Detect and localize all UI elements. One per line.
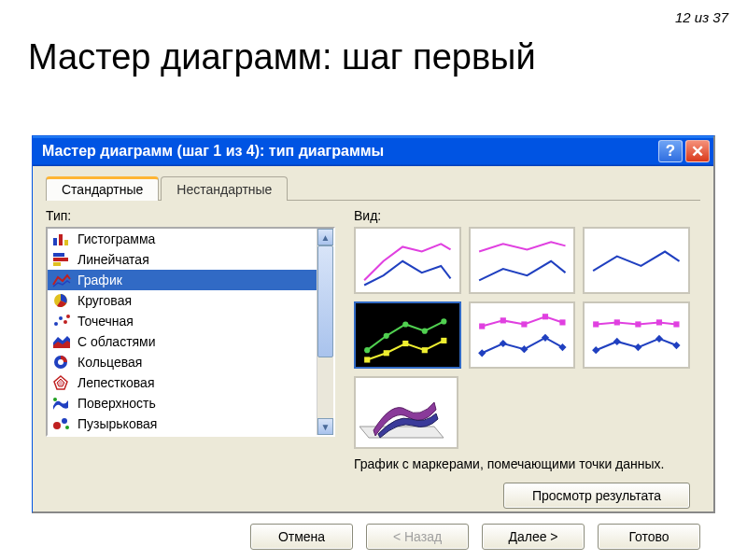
svg-rect-3 <box>53 253 64 257</box>
svg-point-18 <box>53 422 61 429</box>
subtype-line-3d[interactable] <box>354 376 458 449</box>
subtype-line-plain[interactable] <box>354 227 461 294</box>
scroll-down-button[interactable]: ▼ <box>317 418 333 435</box>
help-button[interactable]: ? <box>658 140 683 162</box>
svg-rect-4 <box>53 258 68 261</box>
svg-point-20 <box>65 426 69 429</box>
histogram-icon <box>51 231 72 247</box>
tab-custom[interactable]: Нестандартные <box>161 176 288 201</box>
chart-type-label: Линейчатая <box>78 252 149 267</box>
bar-icon <box>51 251 72 268</box>
subtype-description: График с маркерами, помечающими точки да… <box>354 456 681 473</box>
chart-type-item[interactable]: Лепестковая <box>48 372 333 393</box>
donut-icon <box>51 354 72 371</box>
pie-icon <box>51 292 72 309</box>
chart-type-item[interactable]: Поверхность <box>48 393 333 413</box>
svg-point-10 <box>66 315 70 318</box>
bubble-icon <box>51 415 72 432</box>
svg-rect-27 <box>384 350 389 356</box>
chart-type-label: Лепестковая <box>78 375 154 390</box>
next-button[interactable]: Далее > <box>482 524 585 550</box>
line-markers-icon <box>588 307 684 365</box>
chart-type-label: График <box>78 273 122 287</box>
svg-rect-42 <box>614 319 620 325</box>
finish-button[interactable]: Готово <box>598 524 700 550</box>
svg-rect-1 <box>59 234 63 245</box>
svg-rect-26 <box>364 357 370 362</box>
svg-point-7 <box>54 322 58 326</box>
subtype-line-100[interactable] <box>583 227 690 294</box>
line-chart-icon <box>359 232 456 290</box>
svg-point-22 <box>384 333 389 339</box>
scrollbar[interactable]: ▲ ▼ <box>317 229 333 435</box>
preview-button[interactable]: Просмотр результата <box>503 483 690 509</box>
svg-rect-0 <box>53 238 57 245</box>
area-icon <box>51 333 72 350</box>
subtype-line-stacked[interactable] <box>469 227 576 294</box>
svg-point-19 <box>62 418 67 424</box>
svg-rect-45 <box>674 321 680 327</box>
chart-type-item[interactable]: Пузырьковая <box>48 413 333 434</box>
line-markers-icon <box>474 307 571 365</box>
svg-rect-30 <box>441 338 446 343</box>
close-button[interactable]: ✕ <box>685 140 710 162</box>
line-markers-icon <box>359 307 456 365</box>
svg-rect-2 <box>64 240 68 245</box>
tab-standard[interactable]: Стандартные <box>46 176 159 201</box>
line-3d-icon <box>359 382 453 447</box>
svg-marker-48 <box>635 343 642 351</box>
chart-type-item[interactable]: График <box>48 270 333 290</box>
svg-rect-32 <box>500 317 505 323</box>
svg-marker-46 <box>592 346 599 354</box>
scroll-up-button[interactable]: ▲ <box>317 229 333 245</box>
line-chart-icon <box>588 232 684 290</box>
wizard-button-row: Отмена < Назад Далее > Готово <box>46 524 700 550</box>
chart-type-item[interactable]: С областями <box>48 331 333 352</box>
svg-point-25 <box>441 318 446 324</box>
chart-type-item[interactable]: Гистограмма <box>48 229 333 249</box>
chart-type-label: Гистограмма <box>78 231 155 246</box>
svg-marker-51 <box>359 427 444 438</box>
svg-rect-33 <box>521 321 527 327</box>
svg-point-24 <box>422 329 428 334</box>
svg-rect-5 <box>53 262 61 266</box>
svg-rect-31 <box>479 323 485 329</box>
line-icon <box>51 272 72 288</box>
svg-marker-37 <box>499 340 506 347</box>
dialog-title: Мастер диаграмм (шаг 1 из 4): тип диагра… <box>42 143 655 160</box>
subtype-line-markers-100[interactable] <box>583 301 690 369</box>
close-icon: ✕ <box>691 142 704 161</box>
chart-type-label: С областями <box>78 334 156 349</box>
svg-marker-50 <box>673 342 681 349</box>
subtype-line-markers[interactable] <box>354 301 461 369</box>
titlebar: Мастер диаграмм (шаг 1 из 4): тип диагра… <box>33 136 713 166</box>
dialog-body: Стандартные Нестандартные Тип: Гистограм… <box>33 166 713 559</box>
svg-rect-41 <box>593 321 599 327</box>
svg-point-23 <box>402 321 408 327</box>
chart-type-label: Кольцевая <box>78 355 142 370</box>
back-button[interactable]: < Назад <box>366 524 469 550</box>
svg-marker-49 <box>655 335 663 343</box>
chart-subtype-grid <box>354 227 690 369</box>
svg-marker-36 <box>478 349 486 357</box>
chart-type-label: Поверхность <box>78 396 156 411</box>
svg-point-8 <box>59 316 63 320</box>
subtype-line-markers-stacked[interactable] <box>469 301 576 369</box>
scatter-icon <box>51 313 72 329</box>
svg-marker-40 <box>558 343 566 351</box>
chart-type-item[interactable]: Кольцевая <box>48 352 333 372</box>
chart-type-item[interactable]: Линейчатая <box>48 249 333 270</box>
chart-type-item[interactable]: Точечная <box>48 311 333 331</box>
cancel-button[interactable]: Отмена <box>250 524 353 550</box>
chart-wizard-dialog: Мастер диаграмм (шаг 1 из 4): тип диагра… <box>32 135 715 513</box>
scroll-thumb[interactable] <box>317 245 333 357</box>
svg-marker-47 <box>613 338 621 345</box>
svg-rect-28 <box>402 341 408 346</box>
svg-rect-44 <box>656 319 662 325</box>
slide-title: Мастер диаграмм: шаг первый <box>28 37 536 77</box>
svg-point-9 <box>63 320 67 324</box>
svg-marker-39 <box>542 334 549 342</box>
chart-type-item[interactable]: Круговая <box>48 290 333 311</box>
chart-type-list[interactable]: ГистограммаЛинейчатаяГрафикКруговаяТочеч… <box>46 227 335 437</box>
svg-point-21 <box>364 347 370 353</box>
